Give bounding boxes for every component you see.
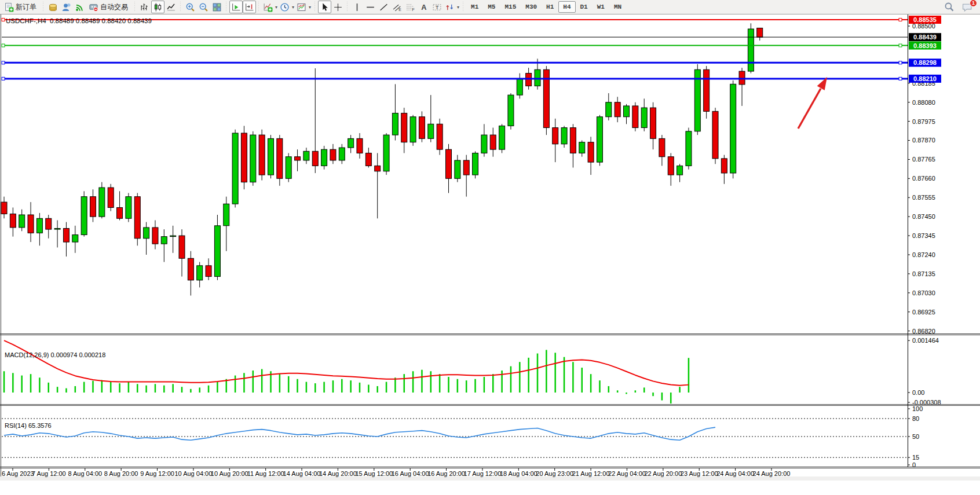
- vertical-line-button[interactable]: [350, 1, 364, 13]
- arrow-objects-button[interactable]: ▾: [444, 1, 460, 13]
- time-tick-label: 15 Aug 12:00: [355, 470, 393, 477]
- timeframe-m5-button[interactable]: M5: [483, 1, 500, 13]
- bear-candle: [179, 236, 185, 258]
- bull-candle: [455, 160, 460, 178]
- notifications-button[interactable]: 1: [961, 2, 973, 12]
- timeframe-m1-button[interactable]: M1: [466, 1, 483, 13]
- bear-candle: [419, 117, 425, 139]
- timeframe-m30-button[interactable]: M30: [521, 1, 542, 13]
- chart-shift-button[interactable]: [243, 1, 256, 13]
- timeframe-h4-button[interactable]: H4: [558, 1, 575, 13]
- trendline-button[interactable]: [377, 1, 390, 13]
- time-tick-label: 14 Aug 04:00: [283, 470, 321, 477]
- indicators-button[interactable]: ▾: [262, 1, 279, 13]
- label-icon: T: [432, 2, 442, 12]
- autoscroll-icon: [231, 2, 241, 12]
- tile-windows-button[interactable]: [210, 1, 224, 13]
- bear-candle: [401, 113, 407, 142]
- community-icon: [61, 2, 71, 12]
- chevron-down-icon: ▾: [309, 5, 311, 10]
- bear-candle: [632, 106, 638, 128]
- indicators-icon: [263, 2, 273, 12]
- timeframe-m15-button[interactable]: M15: [500, 1, 521, 13]
- bear-candle: [615, 102, 620, 117]
- text-label-button[interactable]: T: [430, 1, 444, 13]
- bear-candle: [357, 138, 363, 153]
- price-tick-label: 0.86820: [912, 328, 935, 335]
- rsi-tick-label: 50: [912, 433, 919, 440]
- time-tick-label: 24 Aug 20:00: [753, 470, 791, 477]
- bull-candle: [197, 266, 203, 280]
- mt4-terminal: { "toolbar": { "groups": [ {"buttons": […: [0, 0, 980, 495]
- crosshair-button[interactable]: [331, 1, 345, 13]
- line-handle[interactable]: [899, 61, 902, 64]
- candlestick-chart-button[interactable]: [151, 1, 164, 13]
- price-badge: 0.88210: [909, 75, 941, 83]
- signals-icon: [75, 2, 85, 12]
- periods-button[interactable]: ▾: [279, 1, 295, 13]
- bear-candle: [330, 149, 336, 160]
- mql5-community-button[interactable]: [60, 1, 73, 13]
- line-handle[interactable]: [899, 44, 902, 47]
- cursor-button[interactable]: [318, 1, 331, 13]
- price-tick-label: 0.87660: [912, 175, 935, 182]
- bear-candle: [134, 197, 140, 239]
- timeframe-mn-button[interactable]: MN: [609, 1, 626, 13]
- market-watch-button[interactable]: [46, 1, 60, 13]
- tile-icon: [212, 2, 222, 12]
- line-chart-button[interactable]: [164, 1, 178, 13]
- time-tick-label: 10 Aug 04:00: [174, 470, 212, 477]
- bull-candle: [348, 138, 354, 148]
- bear-candle: [712, 111, 718, 159]
- bull-candle: [232, 133, 238, 204]
- bull-candle: [473, 153, 478, 175]
- toolbar-separator: [180, 2, 181, 12]
- search-button[interactable]: [944, 2, 955, 12]
- zoom-out-button[interactable]: [197, 1, 210, 13]
- bear-candle: [152, 228, 158, 244]
- line-handle[interactable]: [899, 77, 902, 80]
- bear-candle: [721, 159, 727, 173]
- timeframe-w1-button[interactable]: W1: [593, 1, 609, 13]
- signals-button[interactable]: [73, 1, 86, 13]
- line-handle[interactable]: [2, 77, 5, 80]
- bear-candle: [437, 124, 443, 149]
- time-tick-label: 22 Aug 20:00: [644, 470, 682, 477]
- fibonacci-retracement-button[interactable]: F: [404, 1, 417, 13]
- line-handle[interactable]: [2, 61, 5, 64]
- time-tick-label: 21 Aug 12:00: [572, 470, 610, 477]
- template-icon: [297, 2, 306, 12]
- chart-area: 0.885000.881850.880800.879750.878700.877…: [0, 0, 980, 481]
- new-order-button[interactable]: 新订单: [2, 1, 41, 13]
- line-handle[interactable]: [2, 19, 5, 21]
- autotrading-button[interactable]: 自动交易: [86, 1, 132, 13]
- bear-candle: [668, 157, 674, 175]
- time-tick-label: 22 Aug 04:00: [608, 470, 646, 477]
- timeframe-d1-button[interactable]: D1: [576, 1, 593, 13]
- bull-candle: [303, 151, 309, 160]
- svg-text:0.88535: 0.88535: [913, 16, 937, 23]
- timeframe-h1-button[interactable]: H1: [542, 1, 558, 13]
- bear-candle: [526, 74, 532, 86]
- line-handle[interactable]: [2, 44, 5, 47]
- channel-icon: E: [392, 2, 402, 12]
- zoom-in-button[interactable]: [184, 1, 197, 13]
- bull-candle: [54, 229, 60, 230]
- line-handle[interactable]: [899, 19, 902, 21]
- text-button[interactable]: A: [417, 1, 430, 13]
- crosshair-icon: [333, 2, 343, 12]
- svg-text:0.88393: 0.88393: [913, 42, 937, 49]
- bear-candle: [206, 266, 211, 277]
- svg-text:T: T: [436, 3, 439, 10]
- horizontal-line-button[interactable]: [364, 1, 377, 13]
- bear-candle: [588, 142, 594, 162]
- templates-button[interactable]: ▾: [295, 1, 312, 13]
- time-axis[interactable]: 6 Aug 20237 Aug 12:008 Aug 04:008 Aug 20…: [2, 468, 790, 477]
- svg-text:0.88439: 0.88439: [913, 34, 937, 41]
- time-tick-label: 16 Aug 04:00: [392, 470, 429, 477]
- price-tick-label: 0.87870: [912, 137, 935, 144]
- bar-chart-button[interactable]: [138, 1, 151, 13]
- equidistant-channel-button[interactable]: E: [390, 1, 404, 13]
- text-icon: A: [419, 2, 429, 12]
- auto-scroll-button[interactable]: [229, 1, 243, 13]
